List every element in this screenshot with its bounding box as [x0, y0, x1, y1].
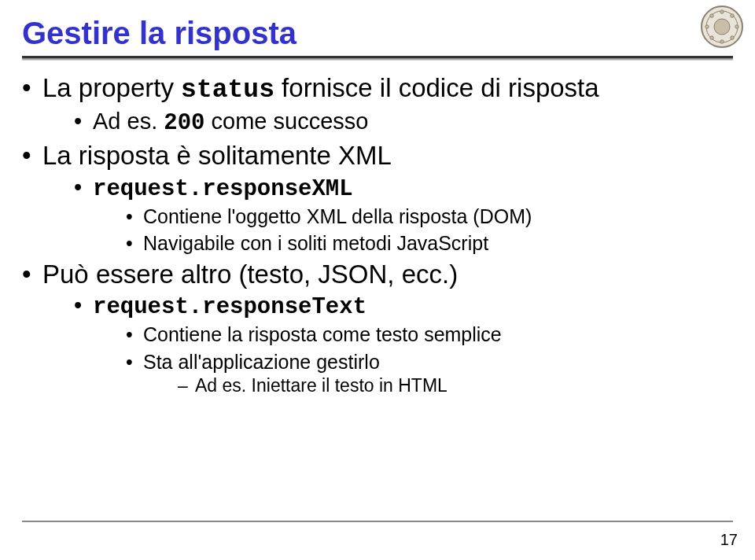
bullet-item: Sta all'applicazione gestirlo Ad es. Ini… — [126, 349, 733, 398]
svg-point-10 — [710, 14, 713, 17]
text: Sta all'applicazione gestirlo — [143, 351, 380, 373]
bullet-item: La property status fornisce il codice di… — [22, 72, 733, 138]
text: fornisce il codice di risposta — [274, 73, 599, 102]
bullet-item: Navigabile con i soliti metodi JavaScrip… — [126, 230, 733, 256]
svg-point-7 — [720, 40, 724, 43]
svg-point-5 — [735, 25, 738, 28]
slide: Gestire la risposta La property status f… — [0, 0, 755, 560]
text: Ad es. — [93, 109, 164, 134]
text: La risposta è solitamente XML — [42, 141, 392, 170]
text: Contiene l'oggetto XML della risposta (D… — [143, 205, 532, 227]
slide-title: Gestire la risposta — [22, 16, 733, 51]
title-divider — [22, 56, 733, 61]
bullet-list: La property status fornisce il codice di… — [22, 72, 733, 398]
text: La property — [42, 73, 181, 102]
bullet-item: Può essere altro (testo, JSON, ecc.) req… — [22, 258, 733, 398]
code-text: 200 — [164, 110, 204, 136]
code-text: status — [181, 76, 274, 105]
svg-point-2 — [714, 19, 730, 35]
svg-point-3 — [720, 10, 724, 13]
text: Può essere altro (testo, JSON, ecc.) — [42, 260, 458, 289]
bullet-item: Contiene la risposta come testo semplice — [126, 322, 733, 348]
svg-point-8 — [710, 36, 713, 39]
page-number: 17 — [720, 531, 738, 549]
svg-point-4 — [731, 14, 734, 17]
bullet-item: La risposta è solitamente XML request.re… — [22, 139, 733, 256]
footer-divider — [22, 521, 733, 522]
code-text: request.responseXML — [93, 176, 353, 202]
bullet-item: Ad es. Iniettare il testo in HTML — [178, 374, 733, 398]
bullet-item: request.responseXML Contiene l'oggetto X… — [74, 173, 733, 256]
bullet-item: Contiene l'oggetto XML della risposta (D… — [126, 204, 733, 230]
svg-point-9 — [705, 25, 709, 28]
code-text: request.responseText — [93, 294, 366, 320]
text: come successo — [205, 109, 369, 134]
svg-point-6 — [731, 36, 734, 39]
text: Ad es. Iniettare il testo in HTML — [195, 375, 447, 396]
text: Navigabile con i soliti metodi JavaScrip… — [143, 232, 488, 254]
seal-logo — [700, 5, 744, 49]
text: Contiene la risposta come testo semplice — [143, 323, 502, 345]
bullet-item: Ad es. 200 come successo — [74, 107, 733, 138]
bullet-item: request.responseText Contiene la rispost… — [74, 291, 733, 398]
